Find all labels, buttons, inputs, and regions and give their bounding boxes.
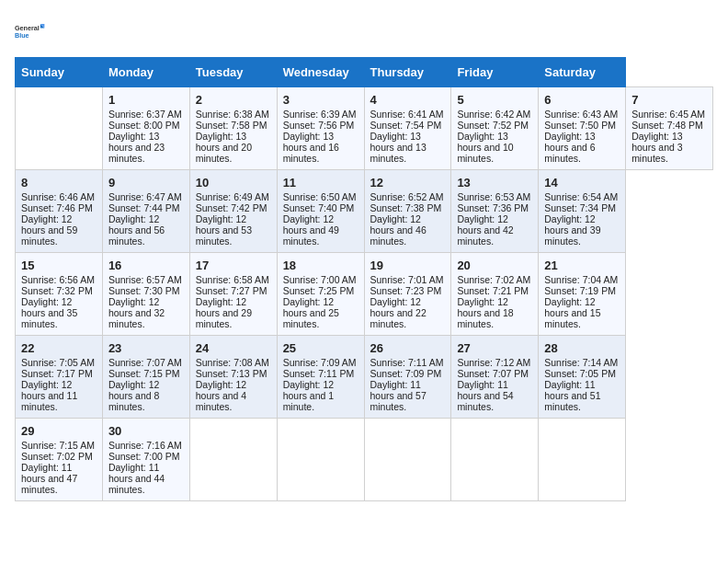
- calendar-cell: [277, 419, 364, 501]
- sunset-text: Sunset: 7:34 PM: [544, 202, 616, 213]
- daylight-text: Daylight: 12 hours and 18 minutes.: [457, 296, 513, 329]
- sunset-text: Sunset: 7:50 PM: [544, 120, 616, 131]
- sunrise-text: Sunrise: 6:38 AM: [196, 109, 269, 120]
- day-number: 19: [370, 259, 446, 272]
- calendar-cell: 18Sunrise: 7:00 AMSunset: 7:25 PMDayligh…: [277, 253, 364, 336]
- sunrise-text: Sunrise: 6:43 AM: [544, 109, 618, 120]
- sunset-text: Sunset: 7:56 PM: [283, 120, 355, 131]
- sunrise-text: Sunrise: 6:47 AM: [108, 191, 182, 202]
- daylight-text: Daylight: 12 hours and 49 minutes.: [283, 213, 339, 247]
- sunrise-text: Sunrise: 6:45 AM: [631, 109, 705, 120]
- day-number: 26: [370, 341, 446, 355]
- calendar-cell: 9Sunrise: 6:47 AMSunset: 7:44 PMDaylight…: [102, 170, 189, 253]
- day-number: 22: [21, 341, 97, 355]
- calendar-cell: 2Sunrise: 6:38 AMSunset: 7:58 PMDaylight…: [189, 87, 277, 170]
- sunrise-text: Sunrise: 7:05 AM: [21, 357, 95, 368]
- col-header-thursday: Thursday: [364, 58, 451, 87]
- day-number: 18: [283, 259, 358, 272]
- day-number: 23: [108, 341, 184, 355]
- day-number: 29: [21, 424, 97, 438]
- sunrise-text: Sunrise: 7:07 AM: [108, 357, 182, 368]
- sunrise-text: Sunrise: 6:37 AM: [108, 109, 182, 120]
- calendar-cell: 22Sunrise: 7:05 AMSunset: 7:17 PMDayligh…: [16, 336, 103, 419]
- sunset-text: Sunset: 7:05 PM: [544, 368, 616, 379]
- day-number: 16: [108, 259, 184, 272]
- sunrise-text: Sunrise: 6:46 AM: [21, 191, 95, 202]
- logo-icon: GeneralBlue: [15, 15, 48, 48]
- daylight-text: Daylight: 12 hours and 29 minutes.: [196, 296, 252, 329]
- daylight-text: Daylight: 13 hours and 3 minutes.: [631, 131, 682, 164]
- daylight-text: Daylight: 12 hours and 15 minutes.: [544, 296, 600, 329]
- day-number: 30: [108, 424, 184, 438]
- sunrise-text: Sunrise: 7:08 AM: [196, 357, 269, 368]
- day-number: 24: [196, 341, 271, 355]
- daylight-text: Daylight: 11 hours and 44 minutes.: [108, 462, 165, 495]
- day-number: 12: [370, 176, 446, 190]
- calendar-cell: 29Sunrise: 7:15 AMSunset: 7:02 PMDayligh…: [16, 419, 103, 501]
- sunset-text: Sunset: 7:00 PM: [108, 451, 180, 462]
- day-number: 5: [457, 93, 532, 107]
- daylight-text: Daylight: 13 hours and 16 minutes.: [283, 131, 339, 164]
- day-number: 10: [196, 176, 271, 190]
- sunset-text: Sunset: 7:02 PM: [21, 451, 93, 462]
- sunrise-text: Sunrise: 6:57 AM: [108, 274, 182, 285]
- sunrise-text: Sunrise: 7:14 AM: [544, 357, 618, 368]
- daylight-text: Daylight: 12 hours and 11 minutes.: [21, 379, 77, 412]
- daylight-text: Daylight: 13 hours and 23 minutes.: [108, 131, 165, 164]
- sunrise-text: Sunrise: 6:56 AM: [21, 274, 95, 285]
- day-number: 6: [544, 93, 620, 107]
- daylight-text: Daylight: 12 hours and 35 minutes.: [21, 296, 77, 329]
- day-number: 2: [196, 93, 271, 107]
- sunrise-text: Sunrise: 7:12 AM: [457, 357, 530, 368]
- calendar-cell: 24Sunrise: 7:08 AMSunset: 7:13 PMDayligh…: [189, 336, 277, 419]
- day-number: 3: [283, 93, 358, 107]
- daylight-text: Daylight: 11 hours and 51 minutes.: [544, 379, 600, 412]
- empty-cell: [16, 87, 103, 170]
- sunset-text: Sunset: 7:54 PM: [370, 120, 442, 131]
- calendar-cell: 6Sunrise: 6:43 AMSunset: 7:50 PMDaylight…: [539, 87, 626, 170]
- calendar-cell: 10Sunrise: 6:49 AMSunset: 7:42 PMDayligh…: [189, 170, 277, 253]
- sunrise-text: Sunrise: 7:15 AM: [21, 440, 95, 451]
- daylight-text: Daylight: 11 hours and 47 minutes.: [21, 462, 77, 495]
- calendar-cell: [189, 419, 277, 501]
- calendar-cell: 12Sunrise: 6:52 AMSunset: 7:38 PMDayligh…: [364, 170, 451, 253]
- calendar-week-row: 22Sunrise: 7:05 AMSunset: 7:17 PMDayligh…: [16, 336, 713, 419]
- col-header-friday: Friday: [451, 58, 539, 87]
- sunset-text: Sunset: 7:21 PM: [457, 285, 529, 296]
- calendar-week-row: 1Sunrise: 6:37 AMSunset: 8:00 PMDaylight…: [16, 87, 713, 170]
- daylight-text: Daylight: 12 hours and 56 minutes.: [108, 213, 165, 247]
- day-number: 9: [108, 176, 184, 190]
- sunrise-text: Sunrise: 6:41 AM: [370, 109, 444, 120]
- day-number: 21: [544, 259, 620, 272]
- logo: GeneralBlue: [15, 15, 48, 48]
- calendar-cell: 15Sunrise: 6:56 AMSunset: 7:32 PMDayligh…: [16, 253, 103, 336]
- calendar-cell: [539, 419, 626, 501]
- sunset-text: Sunset: 7:36 PM: [457, 202, 529, 213]
- daylight-text: Daylight: 12 hours and 46 minutes.: [370, 213, 427, 247]
- sunrise-text: Sunrise: 7:09 AM: [283, 357, 357, 368]
- sunset-text: Sunset: 7:13 PM: [196, 368, 267, 379]
- col-header-tuesday: Tuesday: [189, 58, 277, 87]
- sunset-text: Sunset: 7:30 PM: [108, 285, 180, 296]
- day-number: 1: [108, 93, 184, 107]
- calendar-cell: 28Sunrise: 7:14 AMSunset: 7:05 PMDayligh…: [539, 336, 626, 419]
- sunset-text: Sunset: 7:27 PM: [196, 285, 267, 296]
- sunset-text: Sunset: 7:09 PM: [370, 368, 442, 379]
- calendar-cell: 26Sunrise: 7:11 AMSunset: 7:09 PMDayligh…: [364, 336, 451, 419]
- calendar-cell: 8Sunrise: 6:46 AMSunset: 7:46 PMDaylight…: [16, 170, 103, 253]
- daylight-text: Daylight: 12 hours and 8 minutes.: [108, 379, 159, 412]
- sunrise-text: Sunrise: 7:02 AM: [457, 274, 530, 285]
- col-header-saturday: Saturday: [539, 58, 626, 87]
- sunrise-text: Sunrise: 7:01 AM: [370, 274, 444, 285]
- sunset-text: Sunset: 7:23 PM: [370, 285, 442, 296]
- daylight-text: Daylight: 12 hours and 1 minute.: [283, 379, 334, 412]
- calendar-cell: 14Sunrise: 6:54 AMSunset: 7:34 PMDayligh…: [539, 170, 626, 253]
- sunset-text: Sunset: 7:32 PM: [21, 285, 93, 296]
- sunrise-text: Sunrise: 6:39 AM: [283, 109, 357, 120]
- sunset-text: Sunset: 7:38 PM: [370, 202, 442, 213]
- calendar-cell: 1Sunrise: 6:37 AMSunset: 8:00 PMDaylight…: [102, 87, 189, 170]
- calendar-cell: 16Sunrise: 6:57 AMSunset: 7:30 PMDayligh…: [102, 253, 189, 336]
- daylight-text: Daylight: 12 hours and 22 minutes.: [370, 296, 427, 329]
- calendar-week-row: 15Sunrise: 6:56 AMSunset: 7:32 PMDayligh…: [16, 253, 713, 336]
- svg-text:Blue: Blue: [15, 31, 29, 40]
